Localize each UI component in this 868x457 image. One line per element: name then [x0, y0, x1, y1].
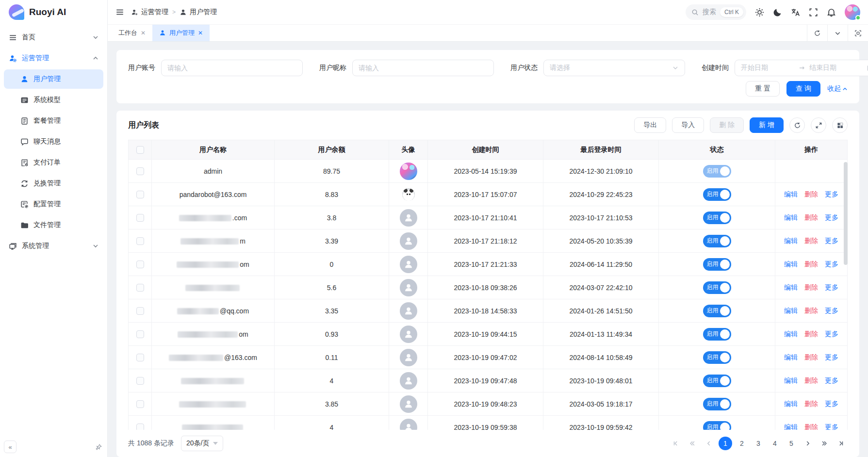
- delete-link[interactable]: 删除: [804, 423, 818, 430]
- import-button[interactable]: 导入: [672, 117, 704, 133]
- refresh-tab-button[interactable]: [807, 25, 827, 41]
- sidebar-item-home[interactable]: 首页: [4, 28, 103, 47]
- edit-link[interactable]: 编辑: [784, 400, 798, 408]
- row-checkbox[interactable]: [136, 237, 144, 245]
- page-1[interactable]: 1: [719, 437, 732, 450]
- edit-link[interactable]: 编辑: [784, 423, 798, 430]
- dark-mode-moon-icon[interactable]: [773, 8, 782, 17]
- delete-link[interactable]: 删除: [804, 237, 818, 245]
- row-checkbox[interactable]: [136, 167, 144, 175]
- status-toggle[interactable]: 启用: [703, 305, 731, 317]
- first-page-button[interactable]: [669, 437, 683, 450]
- sidebar-item-operations[interactable]: 运营管理: [4, 49, 103, 68]
- edit-link[interactable]: 编辑: [784, 260, 798, 269]
- status-toggle[interactable]: 启用: [703, 258, 731, 271]
- edit-link[interactable]: 编辑: [784, 213, 798, 222]
- sidebar-item-chat-messages[interactable]: 聊天消息: [4, 132, 103, 151]
- global-search[interactable]: 搜索 Ctrl K: [686, 4, 746, 20]
- prev-page-button[interactable]: [702, 437, 716, 450]
- date-range-picker[interactable]: 开始日期 结束日期: [735, 60, 868, 76]
- more-link[interactable]: 更多: [825, 283, 838, 292]
- row-checkbox[interactable]: [136, 330, 144, 338]
- delete-link[interactable]: 删除: [804, 213, 818, 222]
- status-toggle[interactable]: 启用: [703, 375, 731, 387]
- delete-button[interactable]: 删 除: [710, 117, 744, 133]
- sidebar-item-payment-orders[interactable]: 支付订单: [4, 153, 103, 172]
- edit-link[interactable]: 编辑: [784, 237, 798, 245]
- column-settings-button[interactable]: [832, 117, 848, 133]
- delete-link[interactable]: 删除: [804, 307, 818, 315]
- page-5[interactable]: 5: [785, 437, 798, 450]
- close-icon[interactable]: ✕: [141, 30, 146, 36]
- status-toggle[interactable]: 启用: [703, 235, 731, 247]
- nickname-input[interactable]: [359, 64, 488, 72]
- close-icon[interactable]: ✕: [198, 30, 203, 36]
- more-link[interactable]: 更多: [825, 400, 838, 408]
- status-select[interactable]: 请选择: [543, 60, 685, 76]
- export-button[interactable]: 导出: [634, 117, 666, 133]
- reset-button[interactable]: 重 置: [746, 81, 780, 97]
- sidebar-item-system-models[interactable]: 系统模型: [4, 90, 103, 110]
- collapse-filter-link[interactable]: 收起: [827, 84, 848, 93]
- more-link[interactable]: 更多: [825, 423, 838, 430]
- edit-link[interactable]: 编辑: [784, 283, 798, 292]
- maximize-content-button[interactable]: [848, 25, 868, 41]
- account-input[interactable]: [167, 64, 296, 72]
- sidebar-item-config-management[interactable]: 配置管理: [4, 195, 103, 214]
- delete-link[interactable]: 删除: [804, 376, 818, 385]
- page-4[interactable]: 4: [768, 437, 782, 450]
- status-toggle[interactable]: 启用: [703, 165, 731, 178]
- more-link[interactable]: 更多: [825, 353, 838, 362]
- more-link[interactable]: 更多: [825, 237, 838, 245]
- status-toggle[interactable]: 启用: [703, 188, 731, 201]
- select-all-checkbox[interactable]: [136, 146, 144, 154]
- fast-forward-button[interactable]: [818, 437, 831, 450]
- delete-link[interactable]: 删除: [804, 400, 818, 408]
- more-link[interactable]: 更多: [825, 213, 838, 222]
- status-toggle[interactable]: 启用: [703, 421, 731, 430]
- row-checkbox[interactable]: [136, 354, 144, 361]
- sidebar-item-system-management[interactable]: 系统管理: [4, 236, 103, 256]
- status-toggle[interactable]: 启用: [703, 281, 731, 294]
- row-checkbox[interactable]: [136, 307, 144, 315]
- more-link[interactable]: 更多: [825, 307, 838, 315]
- page-size-select[interactable]: 20条/页: [181, 436, 223, 451]
- sidebar-item-plan-management[interactable]: 套餐管理: [4, 111, 103, 131]
- search-button[interactable]: 查 询: [786, 81, 820, 97]
- page-3[interactable]: 3: [752, 437, 765, 450]
- edit-link[interactable]: 编辑: [784, 376, 798, 385]
- row-checkbox[interactable]: [136, 424, 144, 430]
- settings-gear-icon[interactable]: [755, 8, 764, 17]
- edit-link[interactable]: 编辑: [784, 190, 798, 199]
- fullscreen-table-button[interactable]: [811, 117, 826, 133]
- fullscreen-icon[interactable]: [809, 8, 818, 17]
- more-link[interactable]: 更多: [825, 190, 838, 199]
- edit-link[interactable]: 编辑: [784, 330, 798, 339]
- delete-link[interactable]: 删除: [804, 353, 818, 362]
- add-button[interactable]: 新 增: [750, 117, 784, 133]
- delete-link[interactable]: 删除: [804, 330, 818, 339]
- more-link[interactable]: 更多: [825, 376, 838, 385]
- page-2[interactable]: 2: [735, 437, 749, 450]
- delete-link[interactable]: 删除: [804, 260, 818, 269]
- table-scrollbar[interactable]: [844, 162, 848, 265]
- hamburger-menu-icon[interactable]: [115, 8, 124, 16]
- breadcrumb-user-management[interactable]: 用户管理: [180, 8, 217, 16]
- sidebar-item-file-management[interactable]: 文件管理: [4, 215, 103, 235]
- sidebar-item-redeem-management[interactable]: 兑换管理: [4, 174, 103, 193]
- sidebar-collapse-button[interactable]: «: [4, 441, 16, 453]
- status-toggle[interactable]: 启用: [703, 398, 731, 410]
- status-toggle[interactable]: 启用: [703, 212, 731, 224]
- last-page-button[interactable]: [834, 437, 848, 450]
- notifications-bell-icon[interactable]: [827, 8, 836, 17]
- row-checkbox[interactable]: [136, 191, 144, 198]
- row-checkbox[interactable]: [136, 400, 144, 408]
- tab-options-button[interactable]: [827, 25, 848, 41]
- row-checkbox[interactable]: [136, 261, 144, 268]
- pin-icon[interactable]: [95, 443, 102, 451]
- status-toggle[interactable]: 启用: [703, 328, 731, 341]
- status-toggle[interactable]: 启用: [703, 351, 731, 364]
- language-translate-icon[interactable]: [791, 8, 800, 17]
- row-checkbox[interactable]: [136, 214, 144, 222]
- row-checkbox[interactable]: [136, 377, 144, 385]
